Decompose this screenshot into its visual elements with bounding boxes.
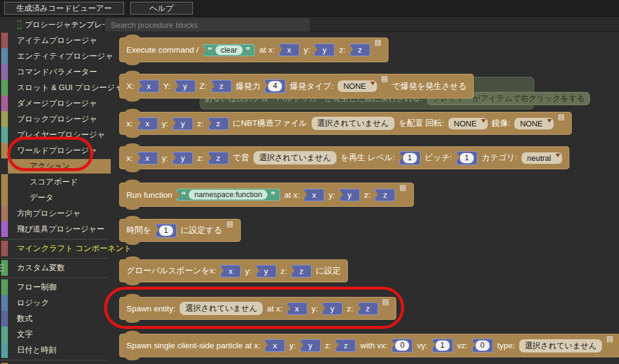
number-plug[interactable]: 4 — [264, 79, 286, 93]
mutator-icon[interactable]: ▤ — [381, 76, 388, 82]
number-field[interactable]: 1 — [159, 226, 173, 236]
variable-plug-x[interactable]: x — [304, 189, 324, 201]
variable-plug-y[interactable]: y — [339, 189, 360, 201]
variable-plug-y[interactable]: y — [172, 152, 193, 164]
sidebar-item-7[interactable]: ワールドプロシージャ — [0, 143, 111, 158]
sidebar-item-20[interactable]: 数式 — [0, 311, 111, 327]
string-field[interactable]: namespace:function — [189, 190, 267, 200]
sidebar-item-19[interactable]: ロジック — [0, 295, 111, 311]
variable-plug-z[interactable]: z — [208, 152, 229, 164]
sidebar-item-4[interactable]: ダメージプロシージャ — [0, 96, 111, 111]
set-time-block[interactable]: 時間を1に設定する▤ — [119, 219, 241, 242]
spawn-particle-block[interactable]: Spawn single client-side particle at x:x… — [119, 334, 619, 357]
sidebar-item-label: コマンドパラメーター — [0, 67, 97, 77]
block-label: z: — [325, 341, 332, 350]
number-field[interactable]: 0 — [476, 340, 490, 351]
selection-field[interactable]: 選択されていません — [254, 151, 336, 164]
variable-plug-x[interactable]: x — [287, 302, 307, 315]
sidebar-item-22[interactable]: 日付と時刻 — [0, 342, 111, 358]
variable-plug-x[interactable]: x — [137, 117, 158, 130]
number-plug[interactable]: 1 — [156, 224, 177, 238]
dropdown-field[interactable]: neutral — [522, 152, 562, 164]
selection-field[interactable]: 選択されていません — [519, 339, 602, 353]
number-field[interactable]: 1 — [403, 153, 417, 163]
variable-plug-x[interactable]: x — [264, 339, 285, 352]
category-swatch — [1, 96, 8, 111]
help-button[interactable]: ヘルプ — [130, 2, 193, 15]
search-input[interactable] — [105, 18, 310, 32]
variable-plug-z[interactable]: z — [211, 80, 232, 93]
set-global-spawn-block[interactable]: グローバルスポーンをx:xy:yz:zに設定 — [119, 259, 348, 282]
place-nbt-structure-block[interactable]: x:xy:yz:zにNBT構造ファイル選択されていませんを配置 回転:NONE鏡… — [119, 112, 572, 135]
generated-code-viewer-button[interactable]: 生成済みコードビューアー — [4, 2, 124, 15]
sidebar-item-5[interactable]: ブロックプロシージャ — [0, 111, 111, 127]
string-plug[interactable]: “namespace:function” — [177, 189, 280, 201]
variable-plug-x[interactable]: x — [220, 265, 241, 278]
sidebar-item-6[interactable]: プレイヤープロシージャ — [0, 127, 111, 143]
number-field[interactable]: 4 — [268, 81, 282, 91]
block-label: y: — [162, 154, 169, 163]
sidebar-item-9[interactable]: スコアボード — [0, 174, 111, 190]
sidebar-item-11[interactable]: 方向プロシージャ — [0, 206, 111, 221]
mutator-icon[interactable]: ▤ — [375, 39, 381, 45]
sidebar-item-12[interactable]: 飛び道具プロシージャー — [0, 221, 111, 237]
variable-plug-z[interactable]: z — [335, 339, 356, 352]
variable-plug-x[interactable]: x — [279, 44, 300, 56]
mutator-icon[interactable]: ▤ — [558, 114, 565, 120]
play-sound-block[interactable]: x:xy:yz:zで音選択されていませんを再生 レベル:1ピッチ:1カテゴリ:n… — [119, 146, 569, 169]
spawn-entity-block[interactable]: Spawn entity:選択されていませんat x:xy:yz:z▤ — [119, 297, 396, 320]
sidebar-item-14[interactable]: マインクラフト コンポーネント — [0, 241, 111, 256]
block-label: を再生 レベル: — [341, 152, 395, 163]
procedure-template-tab[interactable]: プロシージャテンプレート — [0, 18, 104, 32]
sidebar-item-21[interactable]: 文字 — [0, 327, 111, 342]
sidebar-item-16[interactable]: カスタム変数 — [0, 260, 111, 276]
sidebar-item-18[interactable]: フロー制御 — [0, 279, 111, 295]
dropdown-field[interactable]: NONE — [448, 118, 488, 129]
variable-plug-z[interactable]: z — [375, 189, 395, 201]
mutator-icon[interactable]: ▤ — [382, 299, 389, 305]
block-label: y: — [312, 304, 318, 313]
execute-command-block[interactable]: Execute command /“clear”at x:xy:yz:z▤ — [119, 37, 388, 62]
variable-plug-y[interactable]: y — [175, 80, 195, 93]
variable-plug-y[interactable]: y — [172, 117, 193, 130]
block-label: y: — [162, 119, 169, 128]
sidebar-item-10[interactable]: データ — [0, 190, 111, 206]
selection-field[interactable]: 選択されていません — [312, 117, 395, 130]
sidebar-item-8[interactable]: アクション — [0, 158, 111, 174]
variable-plug-z[interactable]: z — [291, 265, 312, 278]
block-label: 鏡像: — [492, 118, 511, 129]
dropdown-field[interactable]: NONE — [514, 118, 554, 129]
number-field[interactable]: 1 — [436, 340, 450, 351]
number-field[interactable]: 0 — [395, 340, 409, 351]
variable-plug-y[interactable]: y — [300, 339, 321, 352]
mutator-icon[interactable]: ▤ — [606, 336, 613, 342]
sidebar-item-2[interactable]: コマンドパラメーター — [0, 64, 111, 80]
mutator-icon[interactable]: ▤ — [399, 184, 406, 190]
run-function-block[interactable]: Run function“namespace:function”at x:xy:… — [119, 183, 414, 207]
variable-plug-y[interactable]: y — [256, 265, 277, 278]
selection-field[interactable]: 選択されていません — [180, 302, 263, 315]
variable-plug-z[interactable]: z — [350, 44, 370, 56]
variable-plug-y[interactable]: y — [322, 302, 342, 315]
number-plug[interactable]: 1 — [432, 339, 453, 353]
string-plug[interactable]: “clear” — [203, 44, 255, 56]
explosion-block[interactable]: X:xY:yZ:z爆発力4爆発タイプ:NONE▤で爆発を発生させる — [119, 74, 474, 99]
variable-plug-x[interactable]: x — [139, 80, 159, 93]
category-swatch — [1, 127, 8, 143]
variable-plug-x[interactable]: x — [137, 152, 158, 164]
variable-plug-y[interactable]: y — [314, 44, 335, 56]
number-plug[interactable]: 0 — [472, 339, 493, 353]
number-plug[interactable]: 1 — [456, 151, 477, 165]
sidebar-item-1[interactable]: エンティティプロシージャ — [0, 48, 111, 64]
variable-plug-z[interactable]: z — [358, 302, 378, 315]
variable-plug-z[interactable]: z — [208, 117, 229, 130]
number-field[interactable]: 1 — [460, 153, 474, 163]
string-field[interactable]: clear — [215, 45, 243, 55]
sidebar-item-3[interactable]: スロット & GUI プロシージャ — [0, 80, 111, 96]
mutator-icon[interactable]: ▤ — [226, 221, 233, 227]
dropdown-field[interactable]: NONE — [338, 80, 377, 92]
workspace-canvas[interactable]: あるいは次のグローバルトリガーが発生した際に実行される: プレイヤーがアイテムで… — [111, 33, 619, 364]
number-plug[interactable]: 0 — [391, 339, 413, 353]
sidebar-item-0[interactable]: アイテムプロシージャ — [0, 33, 111, 48]
number-plug[interactable]: 1 — [399, 151, 421, 165]
